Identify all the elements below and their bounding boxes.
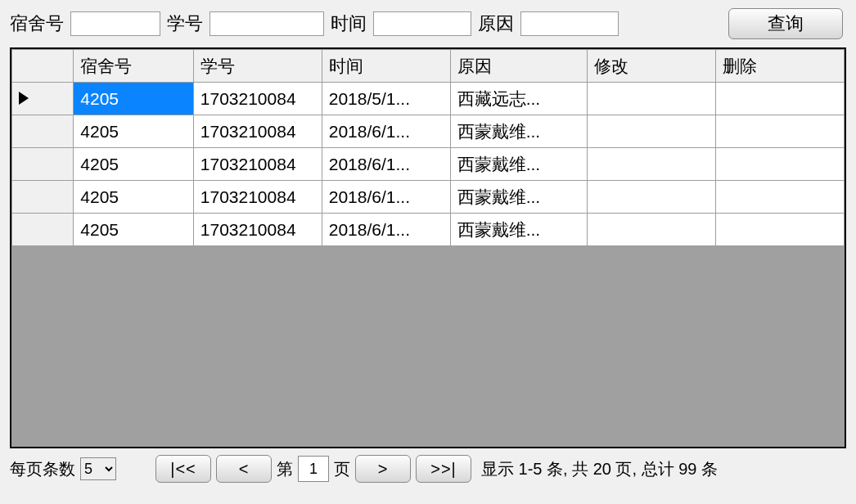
cell-time[interactable]: 2018/6/1... bbox=[322, 148, 450, 181]
cell-delete[interactable] bbox=[716, 214, 845, 246]
table-row[interactable]: 420517032100842018/6/1...西蒙戴维... bbox=[12, 115, 845, 148]
col-header-student[interactable]: 学号 bbox=[193, 50, 322, 83]
cell-student[interactable]: 1703210084 bbox=[193, 214, 322, 246]
dorm-input[interactable] bbox=[70, 11, 160, 36]
student-label: 学号 bbox=[167, 11, 203, 36]
cell-modify[interactable] bbox=[588, 148, 716, 181]
prev-page-button[interactable]: < bbox=[216, 455, 272, 483]
cell-delete[interactable] bbox=[716, 83, 845, 115]
col-header-time[interactable]: 时间 bbox=[322, 50, 450, 83]
row-header-cell[interactable] bbox=[12, 148, 74, 181]
reason-input[interactable] bbox=[520, 11, 619, 36]
cell-modify[interactable] bbox=[588, 115, 716, 148]
row-header-cell[interactable] bbox=[12, 83, 74, 115]
cell-delete[interactable] bbox=[716, 148, 845, 181]
pager-status: 显示 1-5 条, 共 20 页, 总计 99 条 bbox=[481, 458, 718, 480]
cell-time[interactable]: 2018/5/1... bbox=[322, 83, 450, 115]
table-row[interactable]: 420517032100842018/6/1...西蒙戴维... bbox=[12, 181, 845, 214]
cell-time[interactable]: 2018/6/1... bbox=[322, 115, 450, 148]
table-row[interactable]: 420517032100842018/6/1...西蒙戴维... bbox=[12, 214, 845, 246]
cell-modify[interactable] bbox=[588, 214, 716, 246]
cell-student[interactable]: 1703210084 bbox=[193, 148, 322, 181]
cell-reason[interactable]: 西藏远志... bbox=[450, 83, 587, 115]
page-suffix: 页 bbox=[334, 458, 350, 480]
cell-reason[interactable]: 西蒙戴维... bbox=[450, 214, 587, 246]
per-page-label: 每页条数 bbox=[10, 458, 75, 480]
cell-dorm[interactable]: 4205 bbox=[74, 148, 193, 181]
cell-dorm[interactable]: 4205 bbox=[74, 83, 193, 115]
col-header-dorm[interactable]: 宿舍号 bbox=[74, 50, 193, 83]
cell-dorm[interactable]: 4205 bbox=[74, 214, 193, 246]
table-row[interactable]: 420517032100842018/6/1...西蒙戴维... bbox=[12, 148, 845, 181]
row-header-cell[interactable] bbox=[12, 214, 74, 246]
search-bar: 宿舍号 学号 时间 原因 查询 bbox=[0, 0, 856, 47]
cell-delete[interactable] bbox=[716, 115, 845, 148]
cell-reason[interactable]: 西蒙戴维... bbox=[450, 181, 587, 214]
row-header-cell[interactable] bbox=[12, 115, 74, 148]
cell-student[interactable]: 1703210084 bbox=[193, 181, 322, 214]
col-header-modify[interactable]: 修改 bbox=[588, 50, 716, 83]
next-page-button[interactable]: > bbox=[355, 455, 411, 483]
last-page-button[interactable]: >>| bbox=[416, 455, 471, 483]
data-grid-container: 宿舍号 学号 时间 原因 修改 删除 420517032100842018/5/… bbox=[10, 47, 846, 448]
student-input[interactable] bbox=[209, 11, 324, 36]
cell-student[interactable]: 1703210084 bbox=[193, 83, 322, 115]
current-row-indicator-icon bbox=[19, 92, 29, 105]
cell-dorm[interactable]: 4205 bbox=[74, 115, 193, 148]
reason-label: 原因 bbox=[478, 11, 514, 36]
cell-reason[interactable]: 西蒙戴维... bbox=[450, 148, 587, 181]
cell-modify[interactable] bbox=[588, 83, 716, 115]
cell-time[interactable]: 2018/6/1... bbox=[322, 214, 450, 246]
first-page-button[interactable]: |<< bbox=[155, 455, 211, 483]
cell-dorm[interactable]: 4205 bbox=[74, 181, 193, 214]
cell-modify[interactable] bbox=[588, 181, 716, 214]
cell-reason[interactable]: 西蒙戴维... bbox=[450, 115, 587, 148]
col-header-delete[interactable]: 删除 bbox=[716, 50, 845, 83]
dorm-label: 宿舍号 bbox=[10, 11, 64, 36]
cell-delete[interactable] bbox=[716, 181, 845, 214]
page-number-input[interactable] bbox=[298, 456, 329, 482]
time-label: 时间 bbox=[331, 11, 367, 36]
page-prefix: 第 bbox=[277, 458, 293, 480]
table-row[interactable]: 420517032100842018/5/1...西藏远志... bbox=[12, 83, 845, 115]
cell-student[interactable]: 1703210084 bbox=[193, 115, 322, 148]
query-button[interactable]: 查询 bbox=[728, 8, 843, 39]
data-grid[interactable]: 宿舍号 学号 时间 原因 修改 删除 420517032100842018/5/… bbox=[11, 49, 845, 246]
corner-header bbox=[12, 50, 74, 83]
row-header-cell[interactable] bbox=[12, 181, 74, 214]
pager-bar: 每页条数 5 |<< < 第 页 > >>| 显示 1-5 条, 共 20 页,… bbox=[0, 448, 856, 486]
col-header-reason[interactable]: 原因 bbox=[450, 50, 587, 83]
time-input[interactable] bbox=[373, 11, 471, 36]
cell-time[interactable]: 2018/6/1... bbox=[322, 181, 450, 214]
per-page-select[interactable]: 5 bbox=[80, 457, 116, 480]
